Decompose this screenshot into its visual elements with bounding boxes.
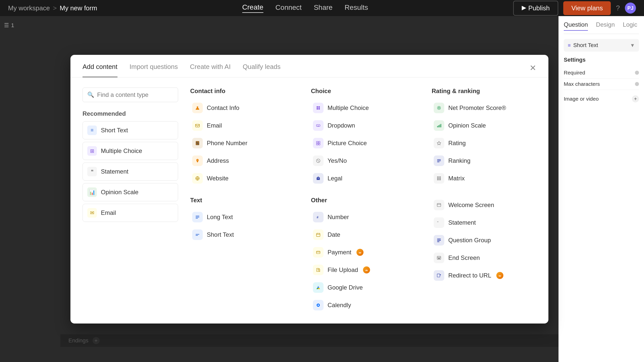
recommended-item[interactable]: 📊 Opinion Scale — [83, 183, 178, 201]
nav-results[interactable]: Results — [345, 4, 368, 13]
recommended-item[interactable]: ≡ Short Text — [83, 121, 178, 139]
svg-rect-11 — [317, 108, 318, 109]
category-item[interactable]: Contact Info — [190, 100, 295, 116]
modal-tab-import[interactable]: Import questions — [130, 63, 178, 77]
category-item[interactable]: Payment — [311, 244, 416, 261]
categories-grid: Contact info Contact Info Email 📞 Phone … — [190, 88, 536, 313]
modal-tab-ai[interactable]: Create with AI — [190, 63, 231, 77]
category-item-label: Number — [328, 214, 349, 221]
svg-point-0 — [197, 106, 198, 108]
svg-rect-4 — [196, 216, 199, 216]
modal-tab-add-content[interactable]: Add content — [83, 63, 117, 77]
category-item[interactable]: Yes/No — [311, 152, 416, 169]
category-item[interactable]: Email — [190, 117, 295, 134]
sidebar-controls: ☰ 1 — [4, 22, 56, 29]
category-item-icon — [192, 173, 203, 184]
category-item[interactable]: Address — [190, 152, 295, 169]
category-item[interactable]: Net Promoter Score® — [432, 100, 536, 116]
category-section: Other # Number Date Payment File Upload … — [311, 197, 416, 313]
recommended-item[interactable]: ⊞ Multiple Choice — [83, 142, 178, 160]
svg-rect-34 — [439, 125, 440, 127]
svg-rect-35 — [440, 124, 441, 127]
required-toggle[interactable] — [635, 71, 639, 75]
svg-rect-37 — [437, 159, 441, 160]
category-item-label: Payment — [328, 249, 351, 256]
field-type-selector[interactable]: ≡ Short Text ▼ — [564, 39, 639, 52]
category-item-label: Net Promoter Score® — [448, 104, 506, 111]
category-item[interactable]: Picture Choice — [311, 135, 416, 151]
category-item[interactable]: End Screen — [432, 250, 536, 266]
category-item[interactable]: Google Drive — [311, 279, 416, 296]
form-name[interactable]: My new form — [60, 4, 97, 12]
nav-create[interactable]: Create — [242, 3, 263, 13]
recommended-item[interactable]: ❝ Statement — [83, 163, 178, 181]
svg-rect-49 — [437, 203, 441, 207]
tab-design[interactable]: Design — [596, 21, 615, 31]
svg-rect-42 — [440, 176, 441, 177]
category-item[interactable]: Calendly — [311, 297, 416, 313]
sidebar-left: ☰ 1 — [0, 16, 60, 362]
category-item-label: Contact Info — [207, 104, 239, 111]
filter-icon[interactable]: ☰ — [4, 22, 9, 29]
category-item[interactable]: Dropdown — [311, 117, 416, 134]
search-input[interactable] — [97, 91, 173, 98]
category-item[interactable]: Opinion Scale — [432, 117, 536, 134]
avatar[interactable]: PJ — [625, 3, 636, 14]
tab-question[interactable]: Question — [564, 21, 588, 31]
category-section: Rating & ranking Net Promoter Score® Opi… — [432, 88, 536, 187]
workspace-link[interactable]: My workspace — [8, 4, 50, 12]
category-item[interactable]: Redirect to URL — [432, 267, 536, 284]
category-title: Rating & ranking — [432, 88, 536, 95]
category-item-label: Picture Choice — [328, 140, 367, 147]
category-item-icon — [434, 155, 444, 166]
modal-close-button[interactable]: ✕ — [530, 63, 536, 77]
category-title: Text — [190, 197, 295, 204]
category-section: Text Long Text Short Text — [190, 197, 295, 243]
publish-button[interactable]: Publish — [513, 1, 558, 16]
category-item[interactable]: Welcome Screen — [432, 197, 536, 213]
category-item-icon — [434, 200, 444, 210]
category-item-icon — [192, 155, 203, 166]
category-item[interactable]: Ranking — [432, 152, 536, 169]
category-item[interactable]: Date — [311, 226, 416, 243]
recommended-list: ≡ Short Text ⊞ Multiple Choice ❝ Stateme… — [83, 121, 178, 222]
category-item-label: Dropdown — [328, 122, 355, 129]
category-item-icon — [313, 300, 324, 310]
category-item-icon — [434, 253, 444, 263]
category-item[interactable]: Website — [190, 170, 295, 187]
category-item[interactable]: " Statement — [432, 214, 536, 231]
svg-rect-1 — [195, 124, 199, 127]
pro-badge — [496, 272, 503, 279]
modal-tab-qualify[interactable]: Qualify leads — [243, 63, 280, 77]
nav-share[interactable]: Share — [314, 4, 333, 13]
pro-badge — [356, 249, 364, 256]
category-item-icon — [192, 120, 203, 131]
category-item[interactable]: Legal — [311, 170, 416, 187]
max-chars-toggle[interactable] — [635, 82, 639, 86]
sidebar-right: Question Design Logic ≡ Short Text ▼ Set… — [558, 16, 644, 362]
tab-logic[interactable]: Logic — [623, 21, 637, 31]
help-icon[interactable]: ? — [616, 4, 620, 12]
category-item[interactable]: Matrix — [432, 170, 536, 187]
svg-rect-46 — [437, 179, 438, 180]
category-item[interactable]: Rating — [432, 135, 536, 151]
category-item[interactable]: # Number — [311, 209, 416, 225]
category-item[interactable]: Short Text — [190, 226, 295, 243]
view-plans-button[interactable]: View plans — [563, 1, 611, 15]
svg-rect-39 — [437, 162, 439, 162]
category-item[interactable]: Question Group — [432, 232, 536, 249]
category-item[interactable]: 📞 Phone Number — [190, 135, 295, 151]
add-image-video-button[interactable]: + — [632, 95, 639, 102]
svg-text:#: # — [317, 215, 318, 219]
category-item-label: Email — [207, 122, 222, 129]
modal-body: 🔍 Recommended ≡ Short Text ⊞ Multiple Ch… — [70, 77, 548, 324]
category-item-icon — [313, 282, 324, 293]
nav-connect[interactable]: Connect — [275, 4, 302, 13]
category-item[interactable]: Long Text — [190, 209, 295, 225]
svg-rect-25 — [316, 251, 320, 254]
search-box[interactable]: 🔍 — [83, 88, 178, 102]
rec-item-label: Opinion Scale — [101, 189, 138, 196]
category-item[interactable]: File Upload — [311, 262, 416, 278]
recommended-item[interactable]: ✉ Email — [83, 204, 178, 222]
category-item[interactable]: Multiple Choice — [311, 100, 416, 116]
